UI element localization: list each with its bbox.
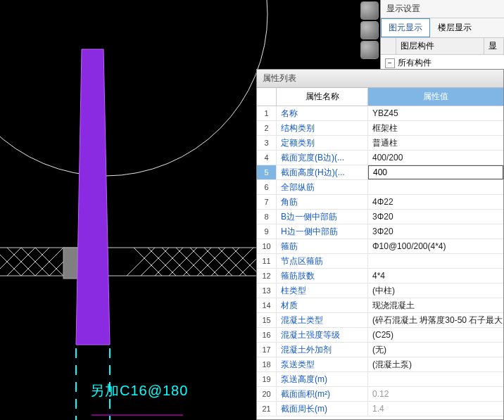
property-row[interactable]: 13柱类型(中柱) [257,284,503,298]
property-name[interactable]: 定额类别 [277,136,368,150]
property-row[interactable]: 14材质现浇混凝土 [257,298,503,313]
property-row[interactable]: 5截面高度(H边)(... [257,165,503,180]
property-row-number: 11 [257,254,277,268]
layer-header-component: 图层构件 [396,38,484,54]
property-value[interactable]: 3Φ20 [368,224,503,238]
property-name[interactable]: 箍筋 [277,239,368,253]
property-name[interactable]: 名称 [277,106,368,120]
property-value: 1.4 [368,402,503,416]
property-row-number: 9 [257,224,277,238]
property-name[interactable]: 柱类型 [277,284,368,298]
property-body[interactable]: 1名称YBZ452结构类别框架柱3定额类别普通柱4截面宽度(B边)(...400… [257,106,503,419]
property-value[interactable]: 4*4 [368,269,503,283]
property-value[interactable]: (中柱) [368,284,503,298]
property-row[interactable]: 4截面宽度(B边)(...400/200 [257,151,503,165]
property-row[interactable]: 18泵送类型(混凝土泵) [257,357,503,372]
property-name[interactable]: 全部纵筋 [277,180,368,194]
property-name[interactable]: 箍筋肢数 [277,269,368,283]
tab-element-display[interactable]: 图元显示 [381,18,430,37]
property-row[interactable]: 3定额类别普通柱 [257,136,503,151]
property-row[interactable]: 16混凝土强度等级(C25) [257,328,503,343]
property-row[interactable]: 6全部纵筋 [257,180,503,195]
property-row[interactable]: 7角筋4Φ22 [257,195,503,210]
property-value[interactable]: 4Φ22 [368,195,503,209]
svg-line-24 [162,248,190,276]
property-row-number: 1 [257,106,277,120]
property-row[interactable]: 12箍筋肢数4*4 [257,269,503,284]
property-row-number: 6 [257,180,277,194]
property-value[interactable]: (无) [368,343,503,357]
property-value[interactable] [368,165,503,179]
property-value-input[interactable] [368,165,503,179]
property-name[interactable]: 截面周长(m) [277,402,368,416]
property-row[interactable]: 1名称YBZ45 [257,106,503,121]
view-2d-icon[interactable] [360,21,379,39]
property-row-number: 19 [257,372,277,386]
property-value[interactable]: Φ10@100/200(4*4) [368,239,503,253]
svg-line-10 [155,248,183,276]
property-name[interactable]: 混凝土强度等级 [277,328,368,342]
property-row-number: 2 [257,121,277,135]
svg-line-8 [127,248,155,276]
svg-line-22 [134,248,162,276]
property-header: 属性名称 属性值 [257,88,503,106]
property-row[interactable]: 2结构类别框架柱 [257,121,503,136]
layer-header-display: 显 [484,38,504,54]
property-name[interactable]: 泵送类型 [277,357,368,371]
property-row-number: 12 [257,269,277,283]
property-name[interactable]: 截面高度(H边)(... [277,165,368,179]
property-row[interactable]: 8B边一侧中部筋3Φ20 [257,210,503,224]
property-name[interactable]: 材质 [277,298,368,312]
property-value[interactable]: (碎石混凝土 坍落度30-50 石子最大... [368,313,503,327]
property-name[interactable]: 泵送高度(m) [277,372,368,386]
property-value[interactable] [368,180,503,194]
property-row-number: 14 [257,298,277,312]
svg-line-23 [148,248,176,276]
svg-line-25 [176,248,204,276]
property-name[interactable]: 截面面积(m²) [277,387,368,401]
property-value[interactable] [368,372,503,386]
property-row[interactable]: 20截面面积(m²)0.12 [257,387,503,402]
property-value[interactable]: 框架柱 [368,121,503,135]
property-name[interactable]: H边一侧中部筋 [277,224,368,238]
property-row[interactable]: 17混凝土外加剂(无) [257,343,503,357]
property-row[interactable]: 21截面周长(m)1.4 [257,402,503,416]
property-value[interactable]: 普通柱 [368,136,503,150]
property-value[interactable]: 3Φ20 [368,210,503,224]
property-row[interactable]: 11节点区箍筋 [257,254,503,269]
property-row-number: 20 [257,387,277,401]
property-name[interactable]: 结构类别 [277,121,368,135]
view-cube-icon[interactable] [360,41,379,59]
property-row[interactable]: 10箍筋Φ10@100/200(4*4) [257,239,503,254]
property-name[interactable]: 截面宽度(B边)(... [277,151,368,165]
view-globe-icon[interactable] [360,1,379,20]
property-row-number: 4 [257,151,277,165]
property-value[interactable]: (C25) [368,328,503,342]
property-name[interactable]: 角筋 [277,195,368,209]
svg-line-12 [183,248,211,276]
property-row-number: 18 [257,357,277,371]
property-value[interactable]: 现浇混凝土 [368,298,503,312]
property-value[interactable]: 400/200 [368,151,503,165]
property-name[interactable]: B边一侧中部筋 [277,210,368,224]
display-settings-title: 显示设置 [381,0,504,18]
property-row-number: 13 [257,284,277,298]
collapse-icon[interactable]: − [385,58,395,68]
property-header-value[interactable]: 属性值 [368,88,503,106]
svg-line-3 [0,248,21,276]
property-row[interactable]: 9H边一侧中部筋3Φ20 [257,224,503,239]
property-name[interactable]: 节点区箍筋 [277,254,368,268]
svg-line-26 [190,248,218,276]
property-value[interactable]: (混凝土泵) [368,357,503,371]
property-name[interactable]: 混凝土类型 [277,313,368,327]
property-value[interactable] [368,254,503,268]
property-value[interactable]: YBZ45 [368,106,503,120]
property-row-number: 15 [257,313,277,327]
property-row[interactable]: 19泵送高度(m) [257,372,503,387]
property-row-number: 5 [257,165,277,179]
svg-line-18 [0,248,21,276]
property-row[interactable]: 15混凝土类型(碎石混凝土 坍落度30-50 石子最大... [257,313,503,328]
property-name[interactable]: 混凝土外加剂 [277,343,368,357]
property-value: 0.12 [368,387,503,401]
tab-floor-display[interactable]: 楼层显示 [430,18,479,37]
